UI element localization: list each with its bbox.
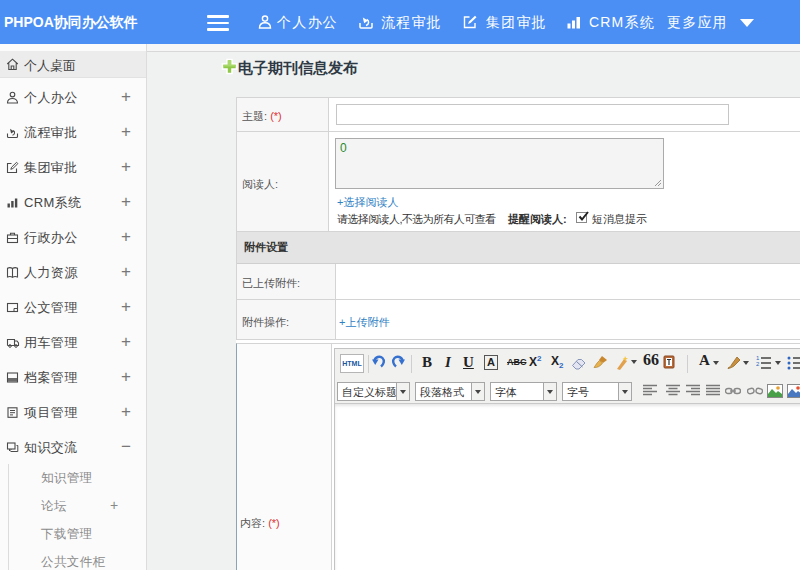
svg-text:2: 2 (756, 361, 760, 367)
